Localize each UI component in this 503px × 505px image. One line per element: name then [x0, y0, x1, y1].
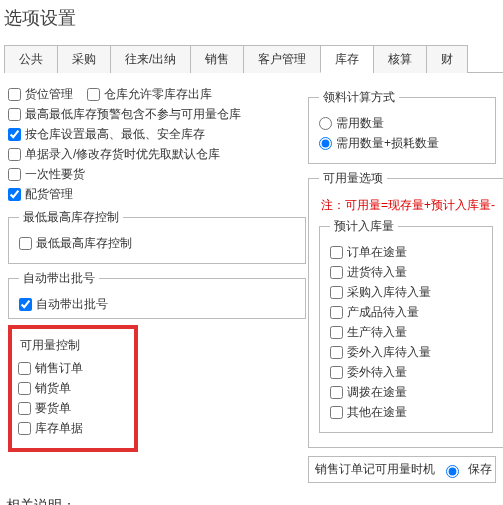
- lbl-other-transit: 其他在途量: [347, 404, 407, 421]
- lbl-auto-batch: 自动带出批号: [36, 296, 108, 313]
- chk-transfer-transit[interactable]: [330, 386, 343, 399]
- chk-inventory-bill[interactable]: [18, 422, 31, 435]
- lbl-purchase-in-pending: 采购入库待入量: [347, 284, 431, 301]
- lbl-distribution-mgmt: 配货管理: [25, 186, 73, 203]
- lbl-need-plus-loss: 需用数量+损耗数量: [336, 135, 439, 152]
- chk-default-warehouse-first[interactable]: [8, 148, 21, 161]
- chk-production-pending[interactable]: [330, 326, 343, 339]
- group-auto-batch: 自动带出批号 自动带出批号: [8, 270, 306, 319]
- page-title: 选项设置: [0, 0, 503, 40]
- left-column: 货位管理 仓库允许零库存出库 最高最低库存预警包含不参与可用量仓库 按仓库设置最…: [8, 83, 308, 483]
- tab-finance[interactable]: 财: [426, 45, 468, 73]
- radio-need-qty[interactable]: [319, 117, 332, 130]
- lbl-default-warehouse-first: 单据录入/修改存货时优先取默认仓库: [25, 146, 220, 163]
- right-column: 领料计算方式 需用数量 需用数量+损耗数量 可用量选项 注：可用量=现存量+预计…: [308, 83, 498, 483]
- chk-purchase-pending-in[interactable]: [330, 266, 343, 279]
- group-available-control: 可用量控制 销售订单 销货单 要货单 库存单据: [8, 325, 138, 452]
- chk-minmax-control[interactable]: [19, 237, 32, 250]
- chk-per-warehouse-levels[interactable]: [8, 128, 21, 141]
- legend-expected-in: 预计入库量: [330, 218, 398, 235]
- lbl-need-qty: 需用数量: [336, 115, 384, 132]
- tab-inventory[interactable]: 库存: [320, 45, 374, 73]
- tab-sales[interactable]: 销售: [190, 45, 244, 73]
- lbl-per-warehouse-levels: 按仓库设置最高、最低、安全库存: [25, 126, 205, 143]
- lbl-transfer-transit: 调拨在途量: [347, 384, 407, 401]
- row-sales-order-timing: 销售订单记可用量时机 保存: [308, 456, 496, 483]
- chk-sales-bill[interactable]: [18, 382, 31, 395]
- chk-request-bill[interactable]: [18, 402, 31, 415]
- chk-sales-order[interactable]: [18, 362, 31, 375]
- lbl-inventory-bill: 库存单据: [35, 420, 83, 437]
- chk-order-transit[interactable]: [330, 246, 343, 259]
- radio-need-plus-loss[interactable]: [319, 137, 332, 150]
- tab-ar-ap[interactable]: 往来/出纳: [110, 45, 191, 73]
- lbl-location-mgmt: 货位管理: [25, 86, 73, 103]
- chk-minmax-warn-exclude[interactable]: [8, 108, 21, 121]
- lbl-sales-order: 销售订单: [35, 360, 83, 377]
- lbl-zero-stock-out: 仓库允许零库存出库: [104, 86, 212, 103]
- lbl-purchase-pending-in: 进货待入量: [347, 264, 407, 281]
- tab-bar: 公共 采购 往来/出纳 销售 客户管理 库存 核算 财: [4, 44, 503, 73]
- chk-outsource-pending[interactable]: [330, 366, 343, 379]
- lbl-sales-order-timing: 销售订单记可用量时机: [315, 461, 435, 478]
- group-material-calc: 领料计算方式 需用数量 需用数量+损耗数量: [308, 89, 496, 164]
- legend-available-options: 可用量选项: [319, 170, 387, 187]
- legend-auto-batch: 自动带出批号: [19, 270, 99, 287]
- legend-material-calc: 领料计算方式: [319, 89, 399, 106]
- lbl-outsource-in-pending: 委外入库待入量: [347, 344, 431, 361]
- content-area: 货位管理 仓库允许零库存出库 最高最低库存预警包含不参与可用量仓库 按仓库设置最…: [0, 73, 503, 483]
- lbl-timing-save: 保存: [468, 461, 492, 478]
- group-expected-in: 预计入库量 订单在途量 进货待入量 采购入库待入量 产成品待入量 生产待入量 委…: [319, 218, 493, 433]
- chk-finished-goods-pending[interactable]: [330, 306, 343, 319]
- legend-minmax-control: 最低最高库存控制: [19, 209, 123, 226]
- lbl-minmax-control: 最低最高库存控制: [36, 235, 132, 252]
- group-available-options: 可用量选项 注：可用量=现存量+预计入库量- 预计入库量 订单在途量 进货待入量…: [308, 170, 503, 448]
- chk-zero-stock-out[interactable]: [87, 88, 100, 101]
- radio-timing-save[interactable]: [446, 465, 459, 478]
- lbl-outsource-pending: 委外待入量: [347, 364, 407, 381]
- chk-outsource-in-pending[interactable]: [330, 346, 343, 359]
- footer-note: 相关说明：: [6, 497, 503, 505]
- chk-one-time-request[interactable]: [8, 168, 21, 181]
- lbl-sales-bill: 销货单: [35, 380, 71, 397]
- tab-accounting[interactable]: 核算: [373, 45, 427, 73]
- tab-public[interactable]: 公共: [4, 45, 58, 73]
- chk-other-transit[interactable]: [330, 406, 343, 419]
- legend-available-control: 可用量控制: [20, 337, 128, 354]
- tab-customer[interactable]: 客户管理: [243, 45, 321, 73]
- lbl-production-pending: 生产待入量: [347, 324, 407, 341]
- note-available-formula: 注：可用量=现存量+预计入库量-: [321, 197, 495, 214]
- group-minmax-control: 最低最高库存控制 最低最高库存控制: [8, 209, 306, 264]
- lbl-one-time-request: 一次性要货: [25, 166, 85, 183]
- lbl-request-bill: 要货单: [35, 400, 71, 417]
- chk-purchase-in-pending[interactable]: [330, 286, 343, 299]
- chk-distribution-mgmt[interactable]: [8, 188, 21, 201]
- lbl-order-transit: 订单在途量: [347, 244, 407, 261]
- lbl-finished-goods-pending: 产成品待入量: [347, 304, 419, 321]
- chk-auto-batch[interactable]: [19, 298, 32, 311]
- tab-purchase[interactable]: 采购: [57, 45, 111, 73]
- lbl-minmax-warn-exclude: 最高最低库存预警包含不参与可用量仓库: [25, 106, 241, 123]
- chk-location-mgmt[interactable]: [8, 88, 21, 101]
